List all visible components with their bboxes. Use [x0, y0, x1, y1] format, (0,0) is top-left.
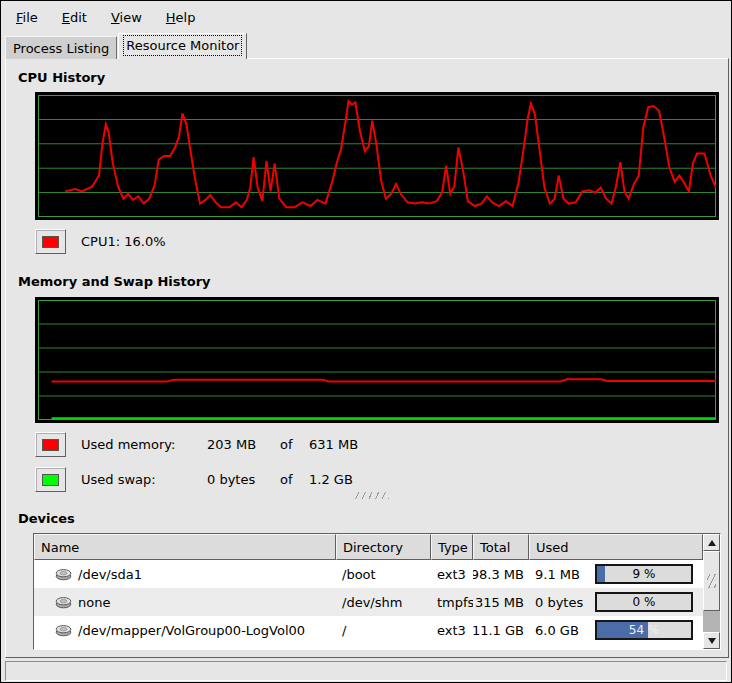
device-name: /dev/mapper/VolGroup00-LogVol00 [78, 623, 305, 638]
column-header-used[interactable]: Used [529, 534, 703, 560]
column-header-total[interactable]: Total [473, 534, 529, 560]
memory-legend-row: Used memory: 203 MB of 631 MB [35, 432, 358, 457]
device-used: 9.1 MB [535, 567, 580, 582]
scroll-up-button[interactable] [703, 534, 720, 551]
memory-color-button[interactable] [35, 432, 66, 457]
disk-drive-icon [55, 596, 72, 609]
vertical-scrollbar [703, 534, 720, 649]
tab-resource-monitor[interactable]: Resource Monitor [118, 33, 247, 59]
notebook-tabs: Process Listing Resource Monitor [5, 33, 248, 59]
device-directory: /dev/shm [342, 595, 402, 610]
system-monitor-window: File Edit View Help Process Listing Reso… [0, 0, 732, 683]
cpu-color-button[interactable] [35, 229, 66, 254]
devices-table-header: Name Directory Type Total Used [34, 534, 703, 560]
memory-legend-label: Used memory: [81, 437, 207, 452]
scrollbar-thumb[interactable] [703, 551, 720, 611]
device-used: 0 bytes [535, 595, 583, 610]
disk-drive-icon [55, 624, 72, 637]
memory-of-text: of [280, 437, 309, 452]
usage-percent-label: 0 % [597, 594, 691, 610]
resource-monitor-page: CPU History CPU1: 16.0% Memory and Swap … [5, 58, 729, 658]
device-name: /dev/sda1 [78, 567, 142, 582]
tab-resource-monitor-label: Resource Monitor [126, 38, 239, 53]
swap-color-button[interactable] [35, 467, 66, 492]
thumb-grip-icon [707, 574, 716, 588]
memory-color-swatch [42, 439, 59, 451]
cpu-history-graph [35, 92, 719, 220]
devices-table-body: /dev/sda1 /boot ext3 98.3 MB 9.1 MB 9 % … [34, 560, 703, 644]
menu-file[interactable]: File [7, 6, 47, 29]
swap-of-text: of [280, 472, 309, 487]
disk-drive-icon [55, 568, 72, 581]
device-used: 6.0 GB [535, 623, 579, 638]
usage-percent-label: 9 % [597, 566, 691, 582]
usage-percent-label: 54 % [597, 622, 691, 638]
memory-swap-graph [35, 297, 719, 423]
device-type: tmpfs [437, 595, 473, 610]
scroll-down-button[interactable] [703, 632, 720, 649]
pane-resize-grip[interactable] [355, 492, 389, 499]
menu-help[interactable]: Help [157, 6, 205, 29]
tab-process-listing-label: Process Listing [13, 41, 109, 56]
swap-used-value: 0 bytes [207, 472, 280, 487]
status-bar [5, 661, 727, 681]
device-total: 98.3 MB [473, 567, 524, 582]
column-header-type[interactable]: Type [431, 534, 473, 560]
memory-used-value: 203 MB [207, 437, 280, 452]
swap-legend-row: Used swap: 0 bytes of 1.2 GB [35, 467, 353, 492]
memory-total-value: 631 MB [309, 437, 358, 452]
usage-progress-bar: 9 % [595, 564, 693, 584]
menu-view[interactable]: View [102, 6, 151, 29]
device-row[interactable]: /dev/mapper/VolGroup00-LogVol00 / ext3 1… [34, 616, 703, 644]
devices-title: Devices [18, 511, 75, 526]
device-type: ext3 [437, 623, 466, 638]
up-arrow-icon [708, 540, 716, 546]
usage-progress-bar: 0 % [595, 592, 693, 612]
memory-history-title: Memory and Swap History [18, 274, 211, 289]
cpu-legend-label: CPU1: 16.0% [81, 234, 166, 249]
down-arrow-icon [708, 638, 716, 644]
cpu-legend-row: CPU1: 16.0% [35, 229, 166, 254]
device-total: 11.1 GB [473, 623, 524, 638]
swap-legend-label: Used swap: [81, 472, 207, 487]
column-header-directory[interactable]: Directory [336, 534, 431, 560]
menubar: File Edit View Help [3, 3, 729, 31]
devices-table: Name Directory Type Total Used /dev/sda1… [33, 533, 721, 650]
tab-process-listing[interactable]: Process Listing [5, 36, 117, 59]
menu-edit[interactable]: Edit [53, 6, 96, 29]
column-header-name[interactable]: Name [34, 534, 336, 560]
device-row[interactable]: none /dev/shm tmpfs 315 MB 0 bytes 0 % [34, 588, 703, 616]
device-type: ext3 [437, 567, 466, 582]
device-total: 315 MB [475, 595, 524, 610]
swap-color-swatch [42, 474, 59, 486]
scrollbar-track[interactable] [703, 551, 720, 632]
usage-progress-bar: 54 % [595, 620, 693, 640]
device-name: none [78, 595, 110, 610]
cpu-color-swatch [42, 236, 59, 248]
cpu-history-title: CPU History [18, 70, 105, 85]
device-row[interactable]: /dev/sda1 /boot ext3 98.3 MB 9.1 MB 9 % [34, 560, 703, 588]
swap-total-value: 1.2 GB [309, 472, 353, 487]
device-directory: /boot [342, 567, 376, 582]
device-directory: / [342, 623, 346, 638]
